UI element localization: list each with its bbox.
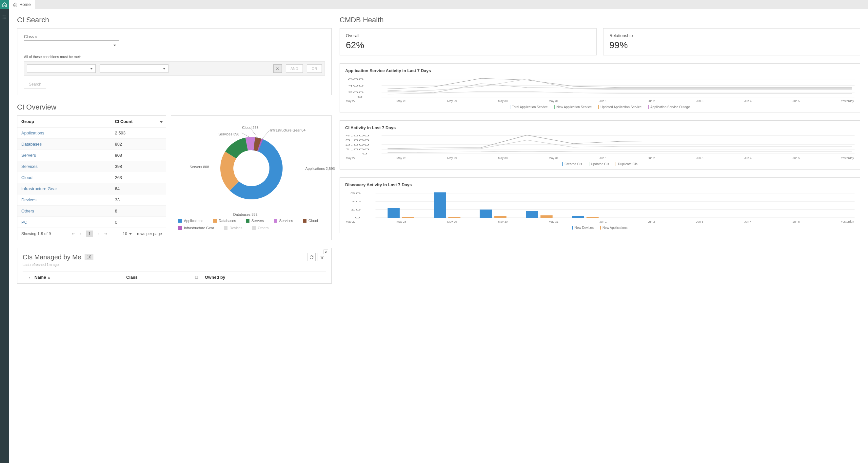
legend-item[interactable]: New Application Service	[554, 105, 592, 109]
expand-all-button[interactable]: ›	[25, 275, 34, 280]
ci-activity-chart[interactable]: 4,0003,0002,0001,0000	[345, 133, 855, 156]
legend-item[interactable]: Cloud	[303, 219, 318, 223]
axis-tick: Yesterday	[841, 220, 854, 223]
svg-rect-41	[448, 217, 461, 218]
health-overall-card[interactable]: Overall 62%	[340, 28, 597, 55]
svg-rect-42	[480, 210, 492, 218]
svg-line-9	[251, 129, 258, 138]
table-row: Cloud263	[18, 172, 166, 183]
and-button[interactable]: -AND-	[286, 64, 303, 73]
legend-item[interactable]: Others	[252, 226, 269, 230]
col-ci-count[interactable]: CI Count	[111, 116, 166, 128]
page-last-button[interactable]: ⇥	[102, 230, 108, 237]
health-relationship-value: 99%	[609, 40, 854, 51]
left-sidebar	[0, 0, 9, 463]
axis-tick: Jun 2	[648, 99, 655, 103]
legend-item[interactable]: Application Service Outage	[648, 105, 690, 109]
table-row: Infrastructure Gear64	[18, 183, 166, 194]
health-relationship-label: Relationship	[609, 33, 854, 38]
tab-home[interactable]: Home	[9, 0, 35, 9]
remove-condition-button[interactable]	[273, 64, 282, 73]
ci-count-cell: 33	[111, 194, 166, 206]
svg-text:600: 600	[347, 78, 364, 81]
legend-item[interactable]: Updated Application Service	[598, 105, 642, 109]
donut-chart[interactable]: Applications 2,593 Databases 882 Servers…	[206, 122, 297, 214]
axis-tick: Jun 3	[696, 156, 703, 160]
page-prev-button[interactable]: ←	[79, 230, 84, 237]
cis-managed-panel: CIs Managed by Me 10 2 Last refre	[17, 248, 332, 284]
axis-tick: Jun 4	[744, 99, 752, 103]
ci-count-cell: 808	[111, 150, 166, 161]
group-link[interactable]: PC	[21, 220, 27, 225]
legend-item[interactable]: Updated CIs	[589, 162, 609, 166]
page-first-button[interactable]: ⇤	[70, 230, 76, 237]
col-group[interactable]: Group	[18, 116, 111, 128]
legend-item[interactable]: Servers	[246, 219, 264, 223]
filter-badge: 2	[323, 250, 328, 254]
table-row: Servers808	[18, 150, 166, 161]
ci-search-title: CI Search	[17, 16, 332, 24]
search-button[interactable]: Search	[24, 80, 46, 89]
app-activity-panel: Application Service Activity in Last 7 D…	[340, 63, 860, 113]
refresh-button[interactable]	[307, 253, 316, 261]
refresh-icon	[309, 255, 314, 259]
col-class[interactable]: Class	[126, 275, 198, 280]
app-activity-chart[interactable]: 6004002000	[345, 76, 855, 99]
column-menu-icon	[195, 275, 198, 279]
pagination: Showing 1-9 of 9 ⇤ ← 1 → ⇥ 10	[18, 228, 166, 240]
ci-count-cell: 0	[111, 217, 166, 228]
home-icon[interactable]	[0, 0, 9, 9]
svg-text:400: 400	[347, 84, 364, 87]
legend-item[interactable]: Applications	[178, 219, 203, 223]
page-next-button[interactable]: →	[95, 230, 101, 237]
legend-item[interactable]: Devices	[224, 226, 242, 230]
axis-tick: May 30	[498, 220, 508, 223]
group-link[interactable]: Devices	[21, 197, 36, 202]
caret-down-icon	[163, 68, 165, 69]
donut-label-applications: Applications 2,593	[306, 166, 335, 171]
group-link[interactable]: Others	[21, 209, 34, 213]
legend-item[interactable]: New Applications	[600, 226, 627, 229]
app-activity-title: Application Service Activity in Last 7 D…	[345, 68, 855, 73]
condition-field-select[interactable]	[27, 64, 96, 73]
donut-legend: ApplicationsDatabasesServersServicesClou…	[175, 219, 328, 230]
cmdb-health-title: CMDB Health	[340, 16, 860, 24]
col-name[interactable]: Name ▴	[34, 275, 126, 280]
home-icon	[13, 2, 18, 6]
class-select[interactable]	[24, 40, 119, 50]
ci-overview-panel: CI Overview Group CI Count	[17, 103, 332, 240]
svg-rect-40	[434, 192, 446, 218]
ci-overview-table-card: Group CI Count Applications2,593Database…	[17, 116, 166, 240]
group-link[interactable]: Servers	[21, 153, 36, 158]
or-button[interactable]: -OR-	[307, 64, 322, 73]
caret-down-icon	[160, 121, 163, 123]
group-link[interactable]: Applications	[21, 130, 44, 135]
conditions-hint: All of these conditions must be met:	[24, 55, 325, 59]
axis-tick: May 28	[397, 156, 406, 160]
col-owned-by[interactable]: Owned by	[198, 275, 324, 280]
cmdb-health-panel: CMDB Health Overall 62% Relationship 99%	[340, 16, 860, 55]
ci-count-cell: 882	[111, 139, 166, 150]
group-link[interactable]: Infrastructure Gear	[21, 186, 57, 191]
axis-tick: Jun 3	[696, 220, 703, 223]
page-number: 1	[86, 230, 93, 237]
legend-item[interactable]: Services	[274, 219, 293, 223]
legend-item[interactable]: Created CIs	[562, 162, 582, 166]
condition-operator-select[interactable]	[100, 64, 168, 73]
legend-item[interactable]: Databases	[213, 219, 236, 223]
group-link[interactable]: Cloud	[21, 175, 32, 180]
legend-item[interactable]: New Devices	[572, 226, 594, 229]
legend-item[interactable]: Duplicate CIs	[616, 162, 637, 166]
ci-count-cell: 263	[111, 172, 166, 183]
health-relationship-card[interactable]: Relationship 99%	[603, 28, 860, 55]
table-row: Services398	[18, 161, 166, 172]
legend-item[interactable]: Total Application Service	[510, 105, 548, 109]
rows-per-page-value[interactable]: 10	[123, 232, 127, 236]
group-link[interactable]: Databases	[21, 142, 42, 147]
list-icon[interactable]	[0, 12, 9, 22]
discovery-activity-chart[interactable]: 3020100	[345, 190, 855, 219]
svg-rect-43	[494, 216, 506, 218]
legend-item[interactable]: Infrastructure Gear	[178, 226, 214, 230]
axis-tick: Yesterday	[841, 99, 854, 103]
group-link[interactable]: Services	[21, 164, 38, 169]
